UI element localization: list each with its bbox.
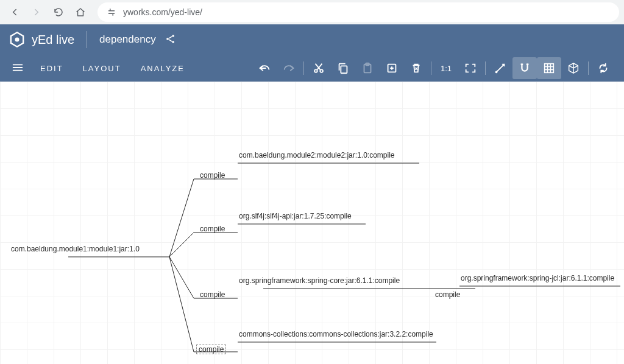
edge-tool[interactable]	[488, 57, 512, 79]
node-root[interactable]: com.baeldung.module1:module1:jar:1.0	[11, 245, 140, 253]
node-commons[interactable]: commons-collections:commons-collections:…	[239, 330, 433, 338]
node-spring-core[interactable]: org.springframework:spring-core:jar:6.1.…	[239, 276, 400, 285]
forward-button[interactable]	[27, 2, 46, 22]
node-spring-jcl[interactable]: org.springframework:spring-jcl:jar:6.1.1…	[461, 274, 614, 282]
home-button[interactable]	[71, 2, 90, 22]
edge-label-1[interactable]: compile	[199, 171, 226, 180]
edge-label-2[interactable]: compile	[199, 225, 226, 233]
edge-label-4[interactable]: compile	[196, 345, 226, 354]
address-bar[interactable]: yworks.com/yed-live/	[98, 2, 619, 22]
menu-button[interactable]	[9, 61, 30, 76]
cut-button[interactable]	[307, 57, 331, 79]
zoom-reset-button[interactable]: 1:1	[434, 57, 458, 79]
menu-analyze[interactable]: ANALYZE	[131, 64, 194, 73]
add-button[interactable]	[380, 57, 404, 79]
menu-layout[interactable]: LAYOUT	[73, 64, 131, 73]
document-title[interactable]: dependency	[99, 33, 156, 46]
url-text: yworks.com/yed-live/	[123, 7, 202, 17]
copy-button[interactable]	[331, 57, 355, 79]
svg-point-2	[172, 35, 174, 37]
site-settings-icon	[106, 7, 117, 18]
menu-edit[interactable]: EDIT	[30, 64, 73, 73]
svg-rect-6	[341, 66, 347, 73]
svg-point-0	[15, 38, 20, 42]
snap-button[interactable]	[512, 57, 537, 79]
node-module2[interactable]: com.baeldung.module2:module2:jar:1.0:com…	[239, 151, 395, 159]
graph-canvas[interactable]: com.baeldung.module1:module1:jar:1.0 com…	[0, 82, 624, 364]
3d-button[interactable]	[561, 57, 586, 79]
edge-label-5[interactable]: compile	[434, 290, 461, 299]
svg-point-10	[495, 71, 498, 74]
app-header: yEd live dependency	[0, 24, 624, 55]
divider	[87, 31, 87, 48]
share-icon[interactable]	[165, 33, 177, 47]
grid-button[interactable]	[537, 57, 561, 79]
paste-button[interactable]	[355, 57, 380, 79]
svg-point-1	[166, 38, 169, 40]
app-name: yEd live	[32, 33, 74, 47]
svg-point-3	[172, 41, 174, 43]
reload-button[interactable]	[49, 2, 68, 22]
svg-point-4	[314, 69, 317, 72]
delete-button[interactable]	[404, 57, 428, 79]
back-button[interactable]	[5, 2, 24, 22]
edge-label-3[interactable]: compile	[199, 290, 226, 299]
node-slf4j[interactable]: org.slf4j:slf4j-api:jar:1.7.25:compile	[239, 212, 352, 220]
browser-toolbar: yworks.com/yed-live/	[0, 0, 624, 24]
fit-button[interactable]	[458, 57, 483, 79]
undo-button[interactable]	[252, 57, 277, 79]
toolbar: EDIT LAYOUT ANALYZE 1:1	[0, 55, 624, 82]
svg-point-5	[320, 69, 323, 72]
app-logo[interactable]: yEd live	[9, 31, 74, 48]
redo-button[interactable]	[277, 57, 301, 79]
sync-button[interactable]	[591, 57, 615, 79]
svg-rect-11	[545, 64, 554, 73]
